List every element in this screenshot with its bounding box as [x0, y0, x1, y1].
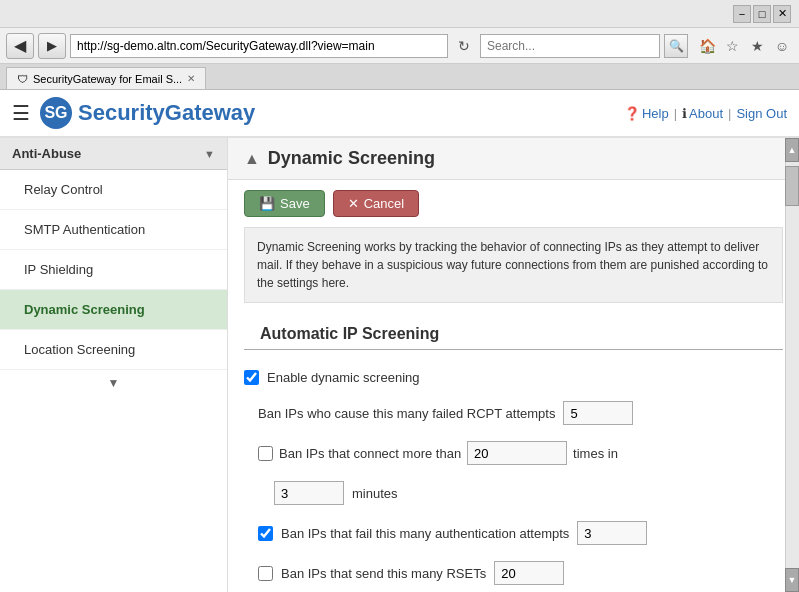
- help-link[interactable]: Help: [642, 106, 669, 121]
- sep2: |: [728, 106, 731, 121]
- ban-rcpt-input[interactable]: [563, 401, 633, 425]
- hamburger-menu[interactable]: ☰: [12, 101, 30, 125]
- home-icon[interactable]: 🏠: [696, 35, 718, 57]
- signout-link[interactable]: Sign Out: [736, 106, 787, 121]
- ban-auth-row: Ban IPs that fail this many authenticati…: [228, 513, 799, 553]
- ban-rcpt-row: Ban IPs who cause this many failed RCPT …: [228, 393, 799, 433]
- star-icon[interactable]: ☆: [721, 35, 743, 57]
- app-title-part1: Security: [78, 100, 165, 125]
- about-link[interactable]: About: [689, 106, 723, 121]
- logo-icon: SG: [40, 97, 72, 129]
- save-button[interactable]: 💾 Save: [244, 190, 325, 217]
- save-label: Save: [280, 196, 310, 211]
- refresh-button[interactable]: ↻: [452, 34, 476, 58]
- address-bar[interactable]: [70, 34, 448, 58]
- sidebar-item-label: IP Shielding: [24, 262, 93, 277]
- back-button[interactable]: ◀: [6, 33, 34, 59]
- browser-toolbar: ◀ ▶ ↻ 🔍 🏠 ☆ ★ ☺: [0, 28, 799, 64]
- sidebar-section-label: Anti-Abuse: [12, 146, 81, 161]
- info-icon: ℹ: [682, 106, 687, 121]
- ban-rcpt-label: Ban IPs who cause this many failed RCPT …: [258, 406, 555, 421]
- app-title-part2: Gateway: [165, 100, 256, 125]
- main-container: Anti-Abuse ▼ Relay Control SMTP Authenti…: [0, 138, 799, 592]
- info-box: Dynamic Screening works by tracking the …: [244, 227, 783, 303]
- sidebar-item-label: Relay Control: [24, 182, 103, 197]
- app-title: SecurityGateway: [78, 100, 255, 126]
- close-button[interactable]: ✕: [773, 5, 791, 23]
- cancel-label: Cancel: [364, 196, 404, 211]
- header-right: ❓ Help | ℹ About | Sign Out: [624, 106, 787, 121]
- sidebar-scroll-down[interactable]: ▼: [0, 370, 227, 396]
- help-icon: ❓: [624, 106, 640, 121]
- scrollbar-thumb[interactable]: [785, 166, 799, 206]
- sidebar-item-location-screening[interactable]: Location Screening: [0, 330, 227, 370]
- ban-connect-row: Ban IPs that connect more than times in: [228, 433, 799, 473]
- ban-auth-checkbox[interactable]: [258, 526, 273, 541]
- page-title: Dynamic Screening: [268, 148, 435, 169]
- minutes-label: minutes: [352, 486, 398, 501]
- app-logo: SG SecurityGateway: [40, 97, 255, 129]
- ban-rset-checkbox[interactable]: [258, 566, 273, 581]
- sidebar-item-label: Location Screening: [24, 342, 135, 357]
- content-area: ▲ Dynamic Screening 💾 Save ✕ Cancel Dyna…: [228, 138, 799, 592]
- scrollbar-track[interactable]: ▲ ▼: [785, 138, 799, 592]
- action-buttons: 💾 Save ✕ Cancel: [228, 180, 799, 227]
- ban-connect-label1: Ban IPs that connect more than: [279, 446, 461, 461]
- scrollbar-down-arrow[interactable]: ▼: [785, 568, 799, 592]
- browser-titlebar: − □ ✕: [0, 0, 799, 28]
- section-title: Automatic IP Screening: [244, 315, 783, 350]
- enable-screening-checkbox[interactable]: [244, 370, 259, 385]
- browser-tab[interactable]: 🛡 SecurityGateway for Email S... ✕: [6, 67, 206, 89]
- enable-screening-label: Enable dynamic screening: [267, 370, 419, 385]
- star-filled-icon[interactable]: ★: [746, 35, 768, 57]
- tab-close-icon[interactable]: ✕: [187, 73, 195, 84]
- search-button[interactable]: 🔍: [664, 34, 688, 58]
- ban-auth-label: Ban IPs that fail this many authenticati…: [281, 526, 569, 541]
- sidebar-item-ip-shielding[interactable]: IP Shielding: [0, 250, 227, 290]
- up-arrow-icon: ▲: [786, 139, 798, 161]
- cancel-button[interactable]: ✕ Cancel: [333, 190, 419, 217]
- collapse-icon[interactable]: ▲: [244, 150, 260, 168]
- ban-rset-input[interactable]: [494, 561, 564, 585]
- sidebar-item-label: Dynamic Screening: [24, 302, 145, 317]
- down-arrow-icon: ▼: [786, 569, 798, 591]
- sidebar: Anti-Abuse ▼ Relay Control SMTP Authenti…: [0, 138, 228, 592]
- sidebar-item-label: SMTP Authentication: [24, 222, 145, 237]
- sep1: |: [674, 106, 677, 121]
- sidebar-item-dynamic-screening[interactable]: Dynamic Screening: [0, 290, 227, 330]
- minutes-input[interactable]: [274, 481, 344, 505]
- minimize-button[interactable]: −: [733, 5, 751, 23]
- ban-rset-label: Ban IPs that send this many RSETs: [281, 566, 486, 581]
- save-icon: 💾: [259, 196, 275, 211]
- maximize-button[interactable]: □: [753, 5, 771, 23]
- chevron-down-icon: ▼: [204, 148, 215, 160]
- ban-connect-input[interactable]: [467, 441, 567, 465]
- info-text: Dynamic Screening works by tracking the …: [257, 240, 768, 290]
- smiley-icon[interactable]: ☺: [771, 35, 793, 57]
- app-header: ☰ SG SecurityGateway ❓ Help | ℹ About | …: [0, 90, 799, 138]
- forward-button[interactable]: ▶: [38, 33, 66, 59]
- ban-connect-minutes-row: minutes: [228, 473, 799, 513]
- sidebar-item-smtp-auth[interactable]: SMTP Authentication: [0, 210, 227, 250]
- tab-favicon: 🛡: [17, 73, 28, 85]
- content-header: ▲ Dynamic Screening: [228, 138, 799, 180]
- chevron-down-icon: ▼: [108, 376, 120, 390]
- sidebar-item-relay-control[interactable]: Relay Control: [0, 170, 227, 210]
- tab-title: SecurityGateway for Email S...: [33, 73, 182, 85]
- ban-rset-row: Ban IPs that send this many RSETs: [228, 553, 799, 592]
- search-input[interactable]: [480, 34, 660, 58]
- cancel-icon: ✕: [348, 196, 359, 211]
- ban-connect-label2: times in: [573, 446, 618, 461]
- enable-screening-row: Enable dynamic screening: [228, 362, 799, 393]
- sidebar-section-header[interactable]: Anti-Abuse ▼: [0, 138, 227, 170]
- logo-letter: SG: [44, 104, 67, 122]
- browser-tab-bar: 🛡 SecurityGateway for Email S... ✕: [0, 64, 799, 90]
- ban-auth-input[interactable]: [577, 521, 647, 545]
- ban-connect-checkbox[interactable]: [258, 446, 273, 461]
- scrollbar-up-arrow[interactable]: ▲: [785, 138, 799, 162]
